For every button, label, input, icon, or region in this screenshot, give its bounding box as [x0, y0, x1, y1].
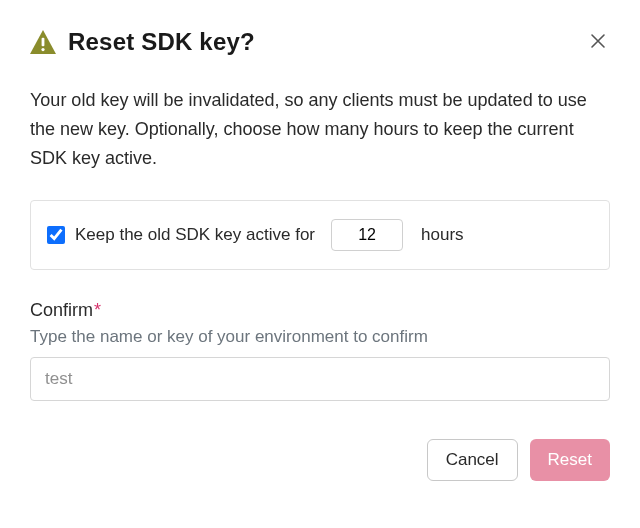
dialog-description: Your old key will be invalidated, so any… — [30, 86, 610, 172]
close-icon — [590, 33, 606, 49]
svg-rect-0 — [42, 38, 45, 47]
hours-input[interactable] — [331, 219, 403, 251]
confirm-label-text: Confirm — [30, 300, 93, 320]
reset-button[interactable]: Reset — [530, 439, 610, 481]
dialog-footer: Cancel Reset — [30, 439, 610, 481]
close-button[interactable] — [586, 28, 610, 56]
svg-point-1 — [41, 48, 44, 51]
confirm-input[interactable] — [30, 357, 610, 401]
title-group: Reset SDK key? — [30, 28, 255, 56]
keep-active-prefix: Keep the old SDK key active for — [75, 225, 315, 245]
dialog-header: Reset SDK key? — [30, 28, 610, 56]
keep-active-suffix: hours — [421, 225, 464, 245]
keep-active-option: Keep the old SDK key active for hours — [30, 200, 610, 270]
keep-active-checkbox[interactable] — [47, 226, 65, 244]
dialog-title: Reset SDK key? — [68, 28, 255, 56]
confirm-section: Confirm* Type the name or key of your en… — [30, 300, 610, 401]
required-indicator: * — [94, 300, 101, 320]
confirm-hint: Type the name or key of your environment… — [30, 327, 610, 347]
confirm-label: Confirm* — [30, 300, 610, 321]
cancel-button[interactable]: Cancel — [427, 439, 518, 481]
warning-icon — [30, 30, 56, 54]
